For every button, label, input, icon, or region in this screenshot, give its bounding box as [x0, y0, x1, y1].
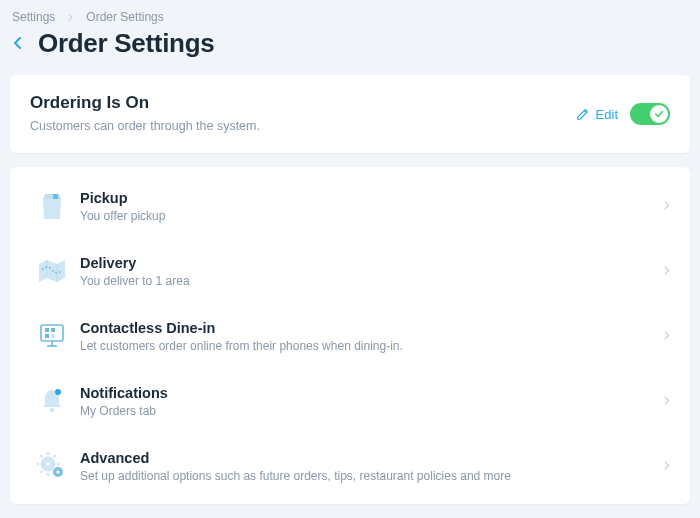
- option-pickup[interactable]: Pickup You offer pickup: [10, 173, 690, 238]
- option-title: Advanced: [80, 450, 663, 466]
- option-subtitle: Set up additional options such as future…: [80, 469, 663, 483]
- svg-rect-1: [41, 325, 63, 341]
- page-title: Order Settings: [38, 28, 214, 59]
- chevron-right-icon: [663, 265, 670, 277]
- ordering-status-card: Ordering Is On Customers can order throu…: [10, 75, 690, 153]
- chevron-right-icon: [663, 330, 670, 342]
- option-title: Notifications: [80, 385, 663, 401]
- option-subtitle: My Orders tab: [80, 404, 663, 418]
- svg-rect-7: [51, 334, 55, 338]
- option-contactless-dinein[interactable]: Contactless Dine-in Let customers order …: [10, 303, 690, 368]
- ordering-heading: Ordering Is On: [30, 93, 260, 113]
- toggle-knob: [650, 105, 668, 123]
- back-button[interactable]: [12, 36, 24, 52]
- option-title: Delivery: [80, 255, 663, 271]
- bag-icon: [30, 188, 74, 224]
- svg-point-9: [55, 389, 61, 395]
- pencil-icon: [576, 107, 590, 121]
- chevron-right-icon: [67, 12, 74, 23]
- check-icon: [654, 109, 664, 119]
- breadcrumb-current: Order Settings: [86, 10, 163, 24]
- svg-rect-6: [45, 334, 49, 338]
- ordering-status-text: Ordering Is On Customers can order throu…: [30, 93, 260, 133]
- bell-icon: [30, 383, 74, 419]
- map-icon: [30, 253, 74, 289]
- option-title: Contactless Dine-in: [80, 320, 663, 336]
- chevron-right-icon: [663, 395, 670, 407]
- edit-button[interactable]: Edit: [576, 107, 618, 122]
- ordering-subtext: Customers can order through the system.: [30, 119, 260, 133]
- ordering-toggle[interactable]: [630, 103, 670, 125]
- option-subtitle: Let customers order online from their ph…: [80, 339, 663, 353]
- svg-rect-0: [53, 194, 58, 199]
- chevron-right-icon: [663, 200, 670, 212]
- svg-point-11: [46, 462, 51, 467]
- option-delivery[interactable]: Delivery You deliver to 1 area: [10, 238, 690, 303]
- option-title: Pickup: [80, 190, 663, 206]
- svg-point-13: [56, 470, 59, 473]
- svg-rect-5: [51, 328, 55, 332]
- option-subtitle: You offer pickup: [80, 209, 663, 223]
- svg-point-8: [50, 408, 55, 413]
- order-options-list: Pickup You offer pickup Delivery You del…: [10, 167, 690, 504]
- breadcrumb-root[interactable]: Settings: [12, 10, 55, 24]
- option-notifications[interactable]: Notifications My Orders tab: [10, 368, 690, 433]
- svg-rect-4: [45, 328, 49, 332]
- breadcrumb: Settings Order Settings: [0, 0, 700, 28]
- gears-icon: [30, 448, 74, 484]
- title-row: Order Settings: [0, 28, 700, 75]
- screen-icon: [30, 318, 74, 354]
- option-advanced[interactable]: Advanced Set up additional options such …: [10, 433, 690, 498]
- ordering-controls: Edit: [576, 93, 670, 125]
- edit-label: Edit: [596, 107, 618, 122]
- option-subtitle: You deliver to 1 area: [80, 274, 663, 288]
- chevron-right-icon: [663, 460, 670, 472]
